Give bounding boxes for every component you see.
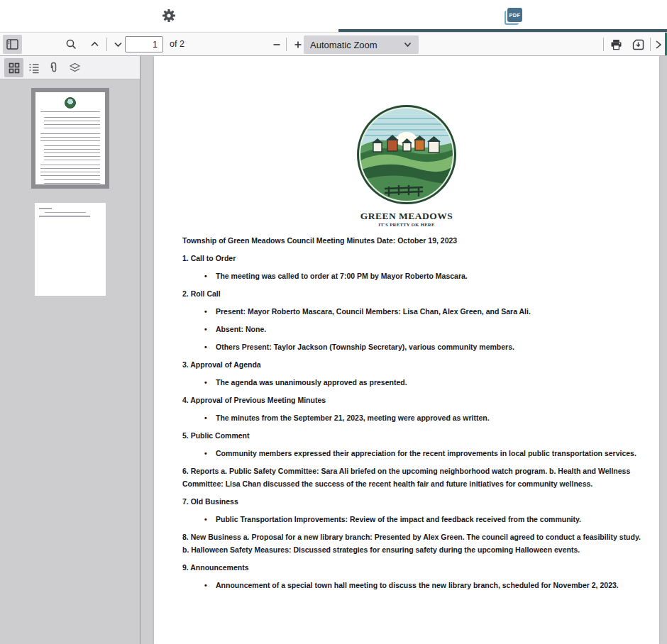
doc-bullet-item: Public Transportation Improvements: Revi…: [182, 513, 641, 526]
thumbnail-logo: [65, 97, 76, 109]
doc-bullet-item: Absent: None.: [182, 323, 641, 335]
pdf-document-tab-icon[interactable]: PDF: [505, 8, 523, 25]
zoom-level-value: Automatic Zoom: [304, 40, 404, 50]
layers-button[interactable]: [65, 58, 84, 77]
pdf-viewer-window: PDF: [0, 0, 667, 644]
logo-name-text: GREEN MEADOWS: [346, 211, 467, 222]
document-body: Township of Green Meadows Council Meetin…: [154, 227, 659, 592]
zoom-level-select[interactable]: Automatic Zoom: [304, 35, 419, 54]
search-button[interactable]: [62, 35, 81, 54]
doc-bullet-item: The meeting was called to order at 7:00 …: [182, 270, 641, 282]
doc-heading: 1. Call to Order: [182, 252, 641, 265]
page-thumbnail-2[interactable]: [35, 203, 106, 296]
township-logo: GREEN MEADOWS IT'S PRETTY OK HERE: [346, 103, 467, 227]
doc-heading: 3. Approval of Agenda: [182, 358, 641, 371]
more-tools-button[interactable]: [651, 35, 665, 54]
pdf-page-1: GREEN MEADOWS IT'S PRETTY OK HERE Townsh…: [154, 56, 659, 644]
save-download-button[interactable]: [629, 35, 648, 54]
doc-heading: 9. Announcements: [182, 561, 641, 574]
thumbnail-panel: [0, 79, 140, 644]
page-count-label: of 2: [170, 33, 184, 57]
thumbnails-view-button[interactable]: [4, 58, 23, 77]
doc-bullet-item: The minutes from the September 21, 2023,…: [182, 411, 641, 424]
window-top-strip: PDF: [0, 0, 667, 32]
toolbar-separator: [286, 38, 287, 51]
doc-heading: 2. Roll Call: [182, 287, 641, 300]
pdf-toolbar: of 2 Automatic Zoom: [0, 32, 667, 56]
pdf-icon: PDF: [507, 8, 522, 22]
attachments-button[interactable]: [44, 58, 63, 77]
sidebar: [0, 56, 140, 644]
toolbar-separator: [650, 38, 651, 51]
chevron-down-icon: [404, 42, 412, 48]
print-button[interactable]: [607, 35, 626, 54]
doc-paragraph: 8. New Business a. Proposal for a new li…: [182, 531, 641, 556]
document-outline-button[interactable]: [24, 58, 43, 77]
page-number-input[interactable]: [125, 36, 163, 52]
doc-bullet-item: Announcement of a special town hall meet…: [182, 579, 641, 592]
doc-bullet-item: The agenda was unanimously approved as p…: [182, 376, 641, 389]
viewer-content: GREEN MEADOWS IT'S PRETTY OK HERE Townsh…: [0, 56, 667, 644]
toolbar-separator: [106, 38, 107, 51]
previous-page-button[interactable]: [85, 35, 104, 54]
sidebar-toolbar: [0, 56, 140, 79]
doc-bullet-item: Others Present: Taylor Jackson (Township…: [182, 340, 641, 353]
logo-tagline-text: IT'S PRETTY OK HERE: [346, 222, 467, 227]
toggle-sidebar-button[interactable]: [3, 35, 22, 54]
doc-heading: 4. Approval of Previous Meeting Minutes: [182, 394, 641, 406]
green-meadows-emblem-image: [355, 103, 458, 206]
doc-heading: 7. Old Business: [182, 495, 641, 508]
settings-gear-icon[interactable]: [158, 5, 180, 26]
toolbar-separator: [603, 38, 604, 51]
doc-bullet-item: Community members expressed their apprec…: [182, 447, 641, 460]
pdf-viewer-area[interactable]: GREEN MEADOWS IT'S PRETTY OK HERE Townsh…: [140, 56, 667, 644]
doc-bullet-item: Present: Mayor Roberto Mascara, Council …: [182, 305, 641, 318]
page-thumbnail-1-selected[interactable]: [31, 88, 109, 189]
doc-paragraph: 6. Reports a. Public Safety Committee: S…: [182, 465, 641, 490]
doc-title: Township of Green Meadows Council Meetin…: [182, 234, 641, 247]
doc-heading: 5. Public Comment: [182, 429, 641, 442]
zoom-out-button[interactable]: [267, 35, 286, 54]
